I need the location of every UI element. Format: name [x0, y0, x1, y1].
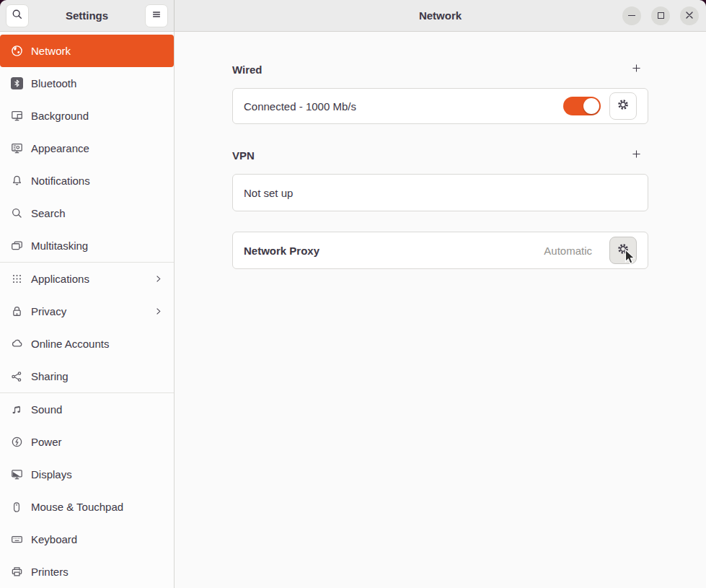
- titlebar-right: Network: [175, 0, 706, 32]
- share-icon: [10, 370, 23, 383]
- sidebar-item-background[interactable]: Background: [0, 100, 174, 132]
- sidebar-item-printers[interactable]: Printers: [0, 556, 174, 588]
- gear-icon: [617, 98, 630, 114]
- sidebar-item-label: Privacy: [31, 305, 66, 317]
- plus-icon: [631, 149, 642, 162]
- vpn-section-header: VPN: [232, 146, 648, 164]
- background-icon: [10, 110, 23, 123]
- sidebar-item-online-accounts[interactable]: Online Accounts: [0, 328, 174, 360]
- vpn-status: Not set up: [244, 187, 637, 199]
- sidebar-item-label: Displays: [31, 468, 72, 481]
- sidebar-item-sharing[interactable]: Sharing: [0, 360, 174, 392]
- sidebar: Network Bluetooth Background Appearance: [0, 32, 175, 588]
- power-icon: [10, 436, 23, 449]
- minimize-icon: [628, 15, 635, 16]
- chevron-right-icon: [153, 273, 164, 284]
- wired-section-header: Wired: [232, 60, 648, 79]
- sidebar-item-label: Multitasking: [31, 240, 88, 252]
- sidebar-item-label: Online Accounts: [31, 338, 109, 350]
- sidebar-item-label: Search: [31, 207, 66, 219]
- sidebar-item-label: Printers: [31, 566, 69, 578]
- sidebar-item-label: Bluetooth: [31, 77, 76, 89]
- network-proxy-value: Automatic: [544, 245, 592, 257]
- close-icon: [685, 9, 694, 22]
- mouse-icon: [10, 501, 23, 514]
- search-icon: [10, 207, 23, 220]
- vpn-section-title: VPN: [232, 149, 255, 162]
- sidebar-item-notifications[interactable]: Notifications: [0, 164, 174, 197]
- proxy-settings-button[interactable]: [609, 237, 637, 264]
- sidebar-item-label: Appearance: [31, 142, 89, 154]
- sidebar-item-network[interactable]: Network: [0, 35, 174, 67]
- window-controls: [622, 6, 706, 25]
- bluetooth-icon: [10, 77, 23, 90]
- sidebar-item-label: Notifications: [31, 175, 90, 187]
- sidebar-item-displays[interactable]: Displays: [0, 458, 174, 491]
- wired-toggle[interactable]: [563, 97, 601, 115]
- network-panel: Wired Connected - 1000 Mb/s: [175, 32, 706, 588]
- vpn-status-row: Not set up: [232, 174, 648, 211]
- sidebar-item-label: Mouse & Touchpad: [31, 501, 123, 513]
- keyboard-icon: [10, 533, 23, 546]
- cloud-icon: [10, 338, 23, 351]
- sidebar-item-keyboard[interactable]: Keyboard: [0, 523, 174, 556]
- window-body: Network Bluetooth Background Appearance: [0, 32, 706, 588]
- sidebar-item-sound[interactable]: Sound: [0, 393, 174, 426]
- settings-window: Settings Network: [0, 0, 706, 588]
- wired-settings-button[interactable]: [609, 92, 637, 120]
- sidebar-item-bluetooth[interactable]: Bluetooth: [0, 67, 174, 100]
- add-wired-connection-button[interactable]: [627, 60, 645, 79]
- search-button[interactable]: [6, 4, 29, 27]
- sidebar-item-appearance[interactable]: Appearance: [0, 132, 174, 164]
- toggle-knob: [583, 98, 599, 114]
- sidebar-item-label: Keyboard: [31, 533, 77, 545]
- wired-connection-row: Connected - 1000 Mb/s: [232, 88, 648, 124]
- bell-icon: [10, 175, 23, 188]
- titlebar-left: Settings: [0, 0, 175, 32]
- search-icon: [12, 9, 23, 23]
- network-proxy-row[interactable]: Network Proxy Automatic: [232, 232, 648, 269]
- app-grid-icon: [10, 273, 23, 286]
- sidebar-item-label: Background: [31, 110, 89, 122]
- sidebar-item-label: Power: [31, 436, 62, 448]
- sidebar-item-label: Applications: [31, 273, 89, 285]
- multitasking-icon: [10, 240, 23, 253]
- globe-icon: [10, 45, 23, 58]
- sidebar-item-privacy[interactable]: Privacy: [0, 295, 174, 328]
- sidebar-item-mouse-touchpad[interactable]: Mouse & Touchpad: [0, 491, 174, 523]
- chevron-right-icon: [153, 306, 164, 317]
- close-button[interactable]: [680, 6, 699, 25]
- sidebar-item-label: Sound: [31, 403, 62, 416]
- hamburger-menu-icon: [151, 9, 162, 23]
- sidebar-title: Settings: [33, 9, 141, 22]
- lock-icon: [10, 305, 23, 318]
- titlebar: Settings Network: [0, 0, 706, 32]
- maximize-icon: [658, 12, 664, 19]
- plus-icon: [631, 63, 642, 76]
- gear-icon: [617, 242, 630, 258]
- printer-icon: [10, 566, 23, 579]
- sidebar-item-applications[interactable]: Applications: [0, 263, 174, 295]
- sidebar-item-search[interactable]: Search: [0, 197, 174, 229]
- menu-button[interactable]: [145, 4, 168, 27]
- sidebar-item-label: Sharing: [31, 370, 69, 382]
- sidebar-item-label: Network: [31, 45, 71, 57]
- minimize-button[interactable]: [622, 6, 641, 25]
- network-proxy-label: Network Proxy: [244, 245, 544, 257]
- wired-section-title: Wired: [232, 63, 262, 76]
- sidebar-item-multitasking[interactable]: Multitasking: [0, 229, 174, 262]
- music-note-icon: [10, 403, 23, 416]
- appearance-icon: [10, 142, 23, 155]
- sidebar-item-power[interactable]: Power: [0, 426, 174, 458]
- display-icon: [10, 468, 23, 481]
- add-vpn-button[interactable]: [627, 146, 645, 164]
- maximize-button[interactable]: [651, 6, 670, 25]
- wired-status: Connected - 1000 Mb/s: [244, 100, 563, 113]
